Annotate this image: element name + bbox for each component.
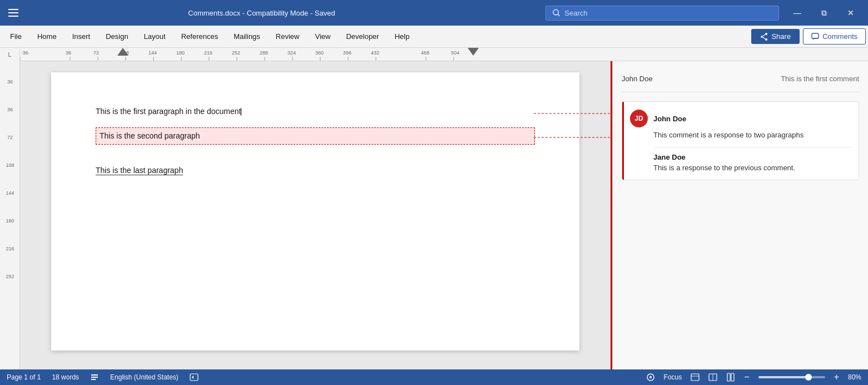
svg-rect-10 [812,33,819,38]
menu-design[interactable]: Design [98,26,136,47]
language: English (United States) [110,373,178,381]
menu-review[interactable]: Review [268,26,307,47]
svg-text:72: 72 [93,50,99,56]
svg-text:360: 360 [315,50,324,56]
reply-thread: Jane Doe This is a response to the previ… [653,147,851,172]
page-wrapper: This is the first paragraph in the docum… [51,72,579,358]
menu-bar: File Home Insert Design Layout Reference… [0,26,868,48]
svg-text:144: 144 [6,190,14,196]
svg-rect-65 [731,373,734,381]
macro-icon[interactable] [190,373,199,382]
svg-text:72: 72 [7,135,13,140]
reply-body: This is a response to the previous comme… [653,164,851,172]
menu-home[interactable]: Home [29,26,65,47]
svg-text:504: 504 [451,50,459,56]
paragraph-1[interactable]: This is the first paragraph in the docum… [96,106,535,117]
minimize-button[interactable]: — [785,4,810,22]
svg-text:108: 108 [6,162,14,168]
status-right: Focus − + 80% [646,372,861,382]
ruler-corner: L [0,48,20,61]
svg-marker-42 [468,48,479,56]
paragraph-3[interactable]: This is the last paragraph [96,165,535,176]
svg-rect-57 [190,374,198,381]
svg-text:180: 180 [176,50,185,56]
zoom-minus[interactable]: − [744,372,749,382]
menu-references[interactable]: References [173,26,226,47]
horizontal-ruler: ·36· 36 72 108 144 180 216 252 288 324 [20,48,868,61]
zoom-plus[interactable]: + [834,372,839,382]
svg-text:432: 432 [371,50,379,56]
focus-label[interactable]: Focus [664,373,682,381]
svg-text:180: 180 [6,218,14,224]
svg-point-5 [765,33,767,35]
menu-help[interactable]: Help [387,26,418,47]
menu-insert[interactable]: Insert [65,26,98,47]
avatar-initials: JD [634,115,643,122]
vertical-ruler: 36 36 72 108 144 180 216 252 [0,61,20,369]
search-box[interactable] [545,6,779,21]
page-info: Page 1 of 1 [7,373,41,381]
svg-line-8 [763,34,765,36]
comment-connector-2 [534,133,611,142]
menu-view[interactable]: View [307,26,338,47]
document-area: This is the first paragraph in the docum… [20,61,611,369]
focus-button[interactable] [646,373,655,382]
menu-mailings[interactable]: Mailings [226,26,268,47]
svg-rect-54 [91,374,98,376]
svg-rect-56 [91,379,96,380]
svg-text:144: 144 [148,50,157,56]
zoom-thumb[interactable] [805,374,812,381]
menu-developer[interactable]: Developer [338,26,386,47]
svg-text:·36·: ·36· [21,50,29,56]
word-count: 18 words [52,373,79,381]
svg-text:252: 252 [232,50,240,56]
svg-point-7 [765,38,767,41]
comment-summary-text: This is the first comment [781,75,859,83]
close-button[interactable]: ✕ [838,4,864,22]
menu-layout[interactable]: Layout [136,26,173,47]
svg-text:216: 216 [6,246,14,251]
svg-rect-55 [91,377,98,378]
comment-panel: John Doe This is the first comment JD Jo… [612,61,868,369]
comment-summary: John Doe This is the first comment [622,70,859,92]
layout-icon-2[interactable] [708,373,717,382]
paragraph-2[interactable]: This is the second paragraph [96,127,535,145]
paragraph-1-text: This is the first paragraph in the docum… [96,107,241,116]
menu-file[interactable]: File [2,26,29,47]
zoom-slider[interactable] [758,376,825,378]
svg-text:36: 36 [7,79,13,85]
title-bar: Comments.docx - Compatibility Mode - Sav… [0,0,868,26]
comments-button[interactable]: Comments [803,28,866,45]
document-page[interactable]: This is the first paragraph in the docum… [51,72,579,351]
comments-label: Comments [822,32,857,41]
svg-text:396: 396 [343,50,351,56]
reply-author: Jane Doe [653,153,851,161]
search-input[interactable] [564,9,772,17]
comment-body: This comment is a response to two paragr… [653,131,851,139]
comment-connector-1 [534,109,611,118]
avatar: JD [630,110,648,127]
comment-thread[interactable]: JD John Doe This comment is a response t… [622,101,859,180]
svg-text:324: 324 [287,50,296,56]
restore-button[interactable]: ⧉ [811,4,837,22]
layout-icon-1[interactable] [691,373,700,382]
track-changes-icon[interactable] [90,373,99,382]
svg-text:252: 252 [6,274,14,279]
window-controls: — ⧉ ✕ [785,4,864,22]
main-area: 36 36 72 108 144 180 216 252 This is the… [0,61,868,369]
svg-text:216: 216 [204,50,212,56]
svg-line-4 [558,14,559,16]
text-cursor [241,108,241,116]
svg-rect-60 [691,374,699,381]
svg-point-3 [553,9,558,14]
share-label: Share [771,32,791,41]
comment-summary-author: John Doe [622,75,653,83]
share-button[interactable]: Share [751,29,800,44]
paragraph-3-text: This is the last paragraph [96,166,183,175]
svg-text:36: 36 [7,107,13,112]
ruler-area: L ·36· 36 72 108 144 180 216 252 [0,48,868,61]
comment-left-border [622,102,624,180]
svg-rect-64 [727,373,730,381]
layout-icon-3[interactable] [726,373,735,382]
svg-text:288: 288 [260,50,268,56]
